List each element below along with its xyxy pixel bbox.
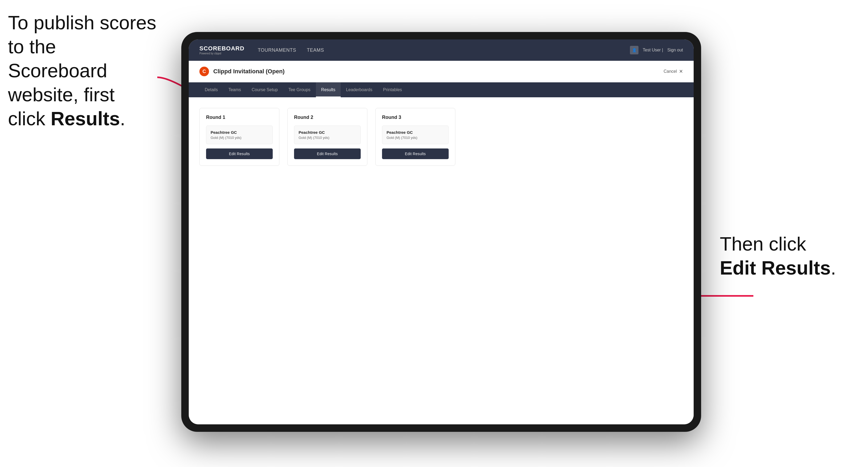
edit-results-button-3[interactable]: Edit Results bbox=[382, 149, 449, 159]
round-1-course-name: Peachtree GC bbox=[211, 130, 268, 135]
instruction-left: To publish scores to the Scoreboard webs… bbox=[8, 11, 157, 131]
tab-printables[interactable]: Printables bbox=[378, 82, 407, 97]
round-3-title: Round 3 bbox=[382, 115, 449, 120]
nav-right: 👤 Test User | Sign out bbox=[630, 46, 683, 54]
round-2-title: Round 2 bbox=[294, 115, 361, 120]
tablet-screen: SCOREBOARD Powered by clippd TOURNAMENTS… bbox=[189, 39, 694, 424]
instruction-line3: website, first bbox=[8, 84, 115, 105]
round-2-card: Round 2 Peachtree GC Gold (M) (7010 yds)… bbox=[287, 108, 367, 166]
nav-tournaments[interactable]: TOURNAMENTS bbox=[258, 48, 296, 53]
round-3-course-name: Peachtree GC bbox=[386, 130, 444, 135]
round-3-card: Round 3 Peachtree GC Gold (M) (7010 yds)… bbox=[375, 108, 455, 166]
instruction-right-line1: Then click bbox=[720, 233, 806, 254]
tab-results[interactable]: Results bbox=[316, 82, 341, 97]
round-3-course-card: Peachtree GC Gold (M) (7010 yds) bbox=[382, 126, 449, 144]
edit-results-button-2[interactable]: Edit Results bbox=[294, 149, 361, 159]
round-2-course-details: Gold (M) (7010 yds) bbox=[299, 136, 356, 140]
edit-results-button-1[interactable]: Edit Results bbox=[206, 149, 273, 159]
round-3-course-details: Gold (M) (7010 yds) bbox=[386, 136, 444, 140]
logo-text: SCOREBOARD bbox=[199, 45, 244, 52]
round-1-title: Round 1 bbox=[206, 115, 273, 120]
logo-area: SCOREBOARD Powered by clippd bbox=[199, 45, 244, 55]
tab-tee-groups[interactable]: Tee Groups bbox=[283, 82, 316, 97]
instruction-right-bold: Edit Results bbox=[720, 257, 831, 279]
tab-details[interactable]: Details bbox=[199, 82, 223, 97]
sign-out-link[interactable]: Sign out bbox=[667, 48, 683, 53]
tab-teams[interactable]: Teams bbox=[223, 82, 246, 97]
round-1-card: Round 1 Peachtree GC Gold (M) (7010 yds)… bbox=[199, 108, 279, 166]
tabs-bar: Details Teams Course Setup Tee Groups Re… bbox=[189, 82, 694, 97]
logo-sub: Powered by clippd bbox=[199, 52, 244, 55]
content-area: C Clippd Invitational (Open) Cancel ✕ De… bbox=[189, 61, 694, 424]
tournament-header: C Clippd Invitational (Open) Cancel ✕ bbox=[189, 61, 694, 82]
tab-course-setup[interactable]: Course Setup bbox=[246, 82, 283, 97]
user-avatar: 👤 bbox=[630, 46, 639, 54]
cancel-icon: ✕ bbox=[679, 68, 683, 74]
round-2-course-card: Peachtree GC Gold (M) (7010 yds) bbox=[294, 126, 361, 144]
instruction-right: Then click Edit Results. bbox=[720, 232, 836, 280]
round-1-course-details: Gold (M) (7010 yds) bbox=[211, 136, 268, 140]
nav-teams[interactable]: TEAMS bbox=[307, 48, 324, 53]
user-name: Test User | bbox=[643, 48, 663, 53]
instruction-line1: To publish scores bbox=[8, 12, 156, 33]
tab-leaderboards[interactable]: Leaderboards bbox=[341, 82, 378, 97]
tablet-frame: SCOREBOARD Powered by clippd TOURNAMENTS… bbox=[181, 32, 701, 432]
nav-links: TOURNAMENTS TEAMS bbox=[258, 48, 630, 53]
instruction-line2: to the Scoreboard bbox=[8, 36, 107, 81]
tournament-icon: C bbox=[199, 67, 209, 76]
tournament-title-area: C Clippd Invitational (Open) bbox=[199, 67, 285, 76]
rounds-area: Round 1 Peachtree GC Gold (M) (7010 yds)… bbox=[189, 97, 694, 177]
top-nav: SCOREBOARD Powered by clippd TOURNAMENTS… bbox=[189, 39, 694, 61]
instruction-line4: click Results. bbox=[8, 108, 125, 129]
round-2-course-name: Peachtree GC bbox=[299, 130, 356, 135]
round-1-course-card: Peachtree GC Gold (M) (7010 yds) bbox=[206, 126, 273, 144]
cancel-button[interactable]: Cancel ✕ bbox=[663, 68, 683, 74]
tournament-title: Clippd Invitational (Open) bbox=[213, 68, 285, 75]
